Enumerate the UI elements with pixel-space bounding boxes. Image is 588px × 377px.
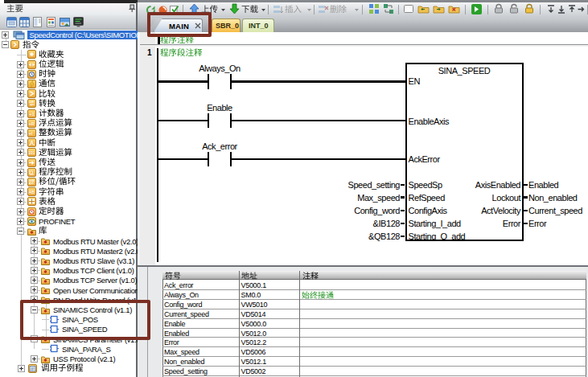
svg-text:AB: AB [29,190,35,195]
svg-text:+I: +I [29,131,33,136]
svg-text:+R: +R [29,121,35,126]
svg-text:+1: +1 [29,112,35,117]
svg-text:101: 101 [28,150,35,155]
